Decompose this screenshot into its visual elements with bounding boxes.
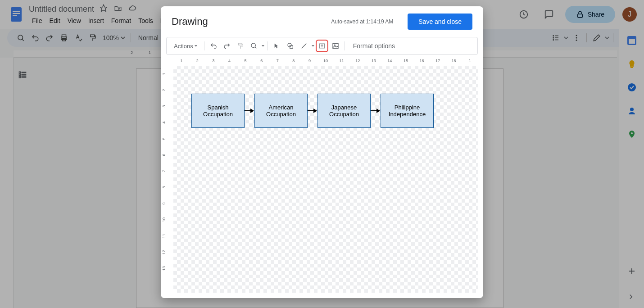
svg-rect-34 [238,43,242,45]
canvas-v-ruler: 12345678910111213 [166,66,173,293]
dialog-title: Drawing [172,16,208,27]
save-close-button[interactable]: Save and close [408,14,472,30]
flowchart-arrow[interactable] [308,110,317,111]
flowchart-arrow[interactable] [245,110,254,111]
flowchart-box[interactable]: American Occupation [254,94,308,128]
drawing-undo-icon[interactable] [207,40,220,52]
autosave-status: Auto-saved at 1:14:19 AM [331,18,393,25]
drawing-zoom-icon[interactable] [248,40,260,52]
flowchart-arrow[interactable] [371,110,380,111]
chevron-down-icon[interactable] [311,44,315,48]
select-tool-icon[interactable] [271,40,283,52]
flowchart-box[interactable]: Spanish Occupation [191,94,245,128]
actions-menu[interactable]: Actions [170,43,201,50]
format-options-button[interactable]: Format options [348,42,400,50]
shape-tool-icon[interactable] [284,40,297,52]
text-box-tool-icon[interactable] [316,40,328,52]
drawing-redo-icon[interactable] [221,40,233,52]
svg-point-35 [251,43,255,47]
drawing-canvas[interactable]: 1234567891011121314151617181 12345678910… [166,59,478,293]
flowchart-box[interactable]: Japanese Occupation [317,94,371,128]
modal-overlay: Drawing Auto-saved at 1:14:19 AM Save an… [0,0,644,308]
drawing-dialog: Drawing Auto-saved at 1:14:19 AM Save an… [161,6,483,298]
flowchart-box[interactable]: Philippine Independence [381,94,434,128]
drawing-toolbar: Actions Format options [166,37,478,55]
line-tool-icon[interactable] [298,40,310,52]
canvas-h-ruler: 1234567891011121314151617181 [173,59,478,66]
image-tool-icon[interactable] [329,40,342,52]
canvas-background[interactable]: Spanish Occupation American Occupation J… [173,66,478,293]
drawing-paint-icon[interactable] [234,40,247,52]
chevron-down-icon[interactable] [261,44,265,48]
